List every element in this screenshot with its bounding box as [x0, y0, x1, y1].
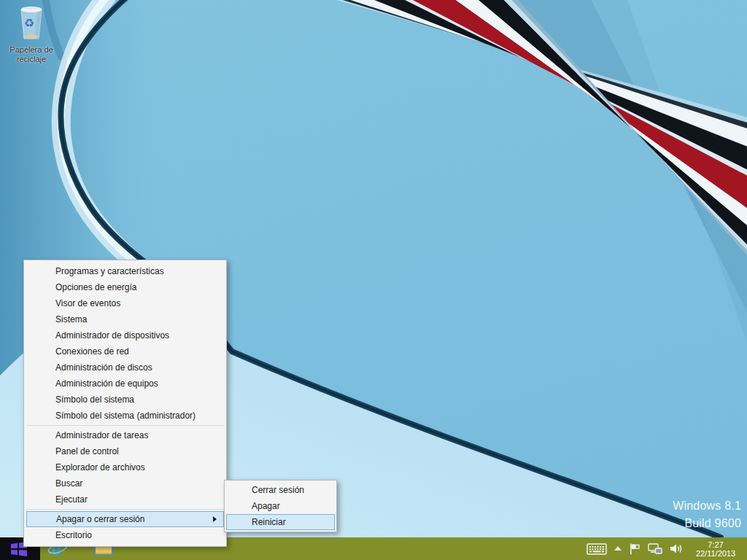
menu-item-apagar-o-cerrar-sesion[interactable]: Apagar o cerrar sesión: [26, 511, 224, 527]
menu-item-simbolo-del-sistema-admin[interactable]: Símbolo del sistema (administrador): [24, 408, 226, 424]
menu-item-visor-de-eventos[interactable]: Visor de eventos: [24, 295, 226, 311]
menu-item-administrador-de-tareas[interactable]: Administrador de tareas: [24, 427, 226, 443]
menu-item-administracion-de-equipos[interactable]: Administración de equipos: [24, 376, 226, 392]
system-tray: 7:27 22/11/2013: [587, 537, 747, 560]
recycle-bin-glass: ♻: [15, 4, 47, 42]
build-watermark: Windows 8.1 Build 9600: [673, 497, 741, 532]
recycle-symbol-icon: ♻: [24, 17, 34, 29]
menu-item-explorador-de-archivos[interactable]: Explorador de archivos: [24, 459, 226, 475]
menu-item-panel-de-control[interactable]: Panel de control: [24, 443, 226, 459]
recycle-bin-icon[interactable]: ♻ Papelera de reciclaje: [6, 4, 57, 64]
taskbar-clock[interactable]: 7:27 22/11/2013: [690, 540, 741, 558]
menu-item-sistema[interactable]: Sistema: [24, 311, 226, 327]
menu-item-conexiones-de-red[interactable]: Conexiones de red: [24, 343, 226, 359]
menu-item-opciones-de-energia[interactable]: Opciones de energía: [24, 279, 226, 295]
clock-date: 22/11/2013: [690, 549, 741, 558]
clock-time: 7:27: [690, 540, 741, 549]
winx-menu: Programas y características Opciones de …: [23, 260, 227, 547]
submenu-item-apagar[interactable]: Apagar: [225, 498, 336, 514]
recycle-bin-label-line2: reciclaje: [6, 55, 57, 64]
menu-separator: [26, 509, 224, 510]
shutdown-submenu: Cerrar sesión Apagar Reiniciar: [224, 480, 337, 532]
watermark-build: Build 9600: [673, 515, 741, 532]
menu-item-administracion-de-discos[interactable]: Administración de discos: [24, 359, 226, 376]
desktop: ♻ Papelera de reciclaje Windows 8.1 Buil…: [0, 0, 747, 560]
menu-item-label: Apagar o cerrar sesión: [56, 514, 144, 524]
menu-separator: [26, 425, 224, 426]
submenu-arrow-icon: [213, 516, 217, 522]
recycle-bin-label-line1: Papelera de: [6, 45, 57, 55]
show-hidden-icons-button[interactable]: [614, 546, 622, 551]
menu-item-buscar[interactable]: Buscar: [24, 475, 226, 491]
action-center-flag-icon[interactable]: [629, 542, 640, 556]
menu-item-simbolo-del-sistema[interactable]: Símbolo del sistema: [24, 392, 226, 408]
touch-keyboard-icon[interactable]: [587, 542, 607, 556]
network-icon[interactable]: [648, 542, 662, 555]
volume-icon[interactable]: [670, 543, 683, 554]
submenu-item-reiniciar[interactable]: Reiniciar: [226, 514, 335, 530]
watermark-version: Windows 8.1: [673, 497, 741, 515]
menu-item-ejecutar[interactable]: Ejecutar: [24, 491, 226, 508]
menu-item-administrador-de-dispositivos[interactable]: Administrador de dispositivos: [24, 327, 226, 343]
menu-item-programas-y-caracteristicas[interactable]: Programas y características: [24, 263, 226, 279]
submenu-item-cerrar-sesion[interactable]: Cerrar sesión: [225, 482, 336, 498]
menu-item-escritorio[interactable]: Escritorio: [24, 527, 226, 543]
